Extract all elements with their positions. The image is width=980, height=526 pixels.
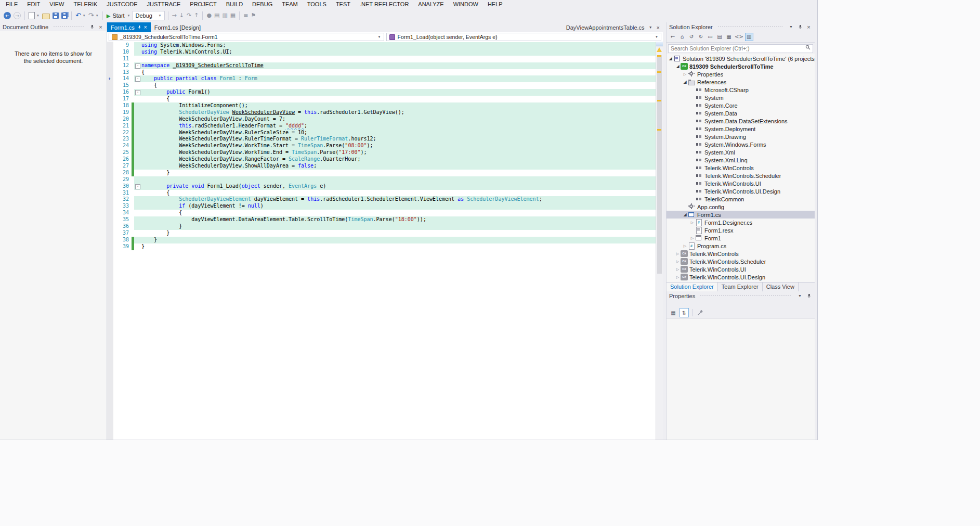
close-icon[interactable]: ×: [657, 24, 660, 31]
chevron-down-icon[interactable]: ▼: [788, 23, 794, 30]
outlining-margin[interactable]: [134, 203, 141, 210]
collapse-region-icon[interactable]: -: [135, 184, 140, 189]
show-next-statement-icon[interactable]: →: [172, 11, 177, 20]
expander-icon[interactable]: ▷: [689, 221, 695, 225]
navigate-forward-icon[interactable]: →: [13, 11, 21, 20]
code-line[interactable]: 17 {: [107, 96, 656, 102]
outlining-margin[interactable]: [134, 163, 141, 170]
tree-item[interactable]: System.Data: [667, 109, 815, 117]
drag-handle[interactable]: [700, 294, 792, 297]
outlining-margin[interactable]: -: [134, 62, 141, 69]
code-line[interactable]: 38 }: [107, 237, 656, 243]
expander-icon[interactable]: ◢: [682, 212, 688, 217]
navigate-backward-icon[interactable]: ←: [3, 11, 11, 20]
redo-icon[interactable]: ↷▼: [88, 11, 99, 20]
code-line[interactable]: 20 WeekSchedulerDayView.DayCount = 7;: [107, 116, 656, 123]
menu-item-test[interactable]: TEST: [331, 0, 355, 9]
outlining-margin[interactable]: [134, 69, 141, 76]
expander-icon[interactable]: ▷: [675, 260, 681, 264]
code-line[interactable]: 19 SchedulerDayView WeekSchedulerDayView…: [107, 109, 656, 116]
tree-item[interactable]: Telerik.WinControls: [667, 164, 815, 172]
tree-item[interactable]: Telerik.WinControls.UI: [667, 179, 815, 187]
code-line[interactable]: 16- public Form1(): [107, 89, 656, 96]
outlining-margin[interactable]: [134, 49, 141, 56]
expander-icon[interactable]: ▷: [682, 72, 688, 76]
tree-item[interactable]: System.Xml.Linq: [667, 156, 815, 164]
code-line[interactable]: 23 WeekSchedulerDayView.RulerTimeFormat …: [107, 136, 656, 143]
tree-item[interactable]: ▷C#Telerik.WinControls.UI: [667, 265, 815, 273]
code-line[interactable]: 12-namespace _819309_SchedulerScrollToTi…: [107, 62, 656, 69]
code-editor[interactable]: 9using System.Windows.Forms;10using Tele…: [107, 42, 663, 440]
menu-item-justtrace[interactable]: JUSTTRACE: [142, 0, 186, 9]
tree-item[interactable]: System.Drawing: [667, 133, 815, 140]
code-line[interactable]: 29: [107, 176, 656, 183]
outlining-margin[interactable]: [134, 116, 141, 123]
save-all-icon[interactable]: [61, 12, 68, 19]
menu-item-tools[interactable]: TOOLS: [303, 0, 331, 9]
outlining-margin[interactable]: [134, 237, 141, 243]
outlining-margin[interactable]: [134, 149, 141, 156]
code-line[interactable]: 24 WeekSchedulerDayView.WorkTime.Start =…: [107, 143, 656, 149]
tree-item[interactable]: System.Deployment: [667, 125, 815, 133]
open-file-icon[interactable]: [42, 11, 50, 20]
outlining-margin[interactable]: [134, 56, 141, 62]
outlining-margin[interactable]: [134, 170, 141, 176]
preview-selected-items-icon[interactable]: ▥: [745, 33, 753, 41]
refresh-icon[interactable]: ↻: [697, 33, 705, 41]
outlining-margin[interactable]: [134, 243, 141, 250]
drag-handle[interactable]: [717, 25, 783, 28]
tab-form1-cs-design[interactable]: Form1.cs [Design]: [151, 22, 204, 32]
chevron-down-icon[interactable]: ▼: [649, 25, 652, 29]
home-icon[interactable]: ⌂: [678, 33, 686, 41]
outlining-margin[interactable]: [134, 190, 141, 197]
code-line[interactable]: 31 {: [107, 190, 656, 197]
tree-item[interactable]: TelerikCommon: [667, 195, 815, 203]
code-line[interactable]: 11: [107, 56, 656, 62]
new-file-icon[interactable]: ▼: [28, 11, 40, 20]
pin-icon[interactable]: [796, 23, 803, 30]
code-line[interactable]: 32 SchedulerDayViewElement dayViewElemen…: [107, 196, 656, 203]
chevron-down-icon[interactable]: ▼: [796, 292, 803, 299]
menu-item-edit[interactable]: EDIT: [22, 0, 45, 9]
menu-item-window[interactable]: WINDOW: [449, 0, 483, 9]
categorized-icon[interactable]: ▦: [669, 308, 678, 317]
code-line[interactable]: 10using Telerik.WinControls.UI;: [107, 49, 656, 56]
expander-icon[interactable]: ▷: [689, 236, 695, 240]
undo-icon[interactable]: ↶▼: [75, 11, 86, 20]
vertical-scrollbar[interactable]: [656, 42, 663, 440]
expander-icon[interactable]: ▷: [675, 252, 681, 256]
scrollbar-thumb[interactable]: [657, 55, 662, 274]
drag-handle[interactable]: [53, 25, 84, 28]
collapse-all-icon[interactable]: ▭: [706, 33, 714, 41]
type-dropdown[interactable]: _819309_SchedulerScrollToTime.Form1 ▼: [109, 33, 384, 41]
tree-item[interactable]: ▷Form1: [667, 234, 815, 242]
outlining-margin[interactable]: [134, 176, 141, 183]
expander-icon[interactable]: ◢: [682, 80, 688, 84]
tree-item[interactable]: ▷C#Telerik.WinControls.UI.Design: [667, 273, 815, 281]
immediate-window-icon[interactable]: ▥: [221, 11, 228, 20]
tree-item[interactable]: ▷Properties: [667, 70, 815, 78]
expander-icon[interactable]: ▷: [682, 244, 688, 248]
menu-item-team[interactable]: TEAM: [277, 0, 303, 9]
code-line[interactable]: 35 dayViewElement.DataAreaElement.Table.…: [107, 216, 656, 223]
tree-item[interactable]: Telerik.WinControls.UI.Design: [667, 187, 815, 195]
collapse-region-icon[interactable]: -: [135, 63, 140, 69]
outlining-margin[interactable]: [134, 42, 141, 49]
sync-with-active-document-icon[interactable]: ↺: [687, 33, 696, 41]
close-icon[interactable]: ×: [805, 23, 812, 30]
expander-icon[interactable]: ◢: [675, 64, 681, 69]
code-line[interactable]: 25 WeekSchedulerDayView.WorkTime.End = T…: [107, 149, 656, 156]
split-editor-handle[interactable]: [656, 42, 663, 46]
code-line[interactable]: 30- private void Form1_Load(object sende…: [107, 183, 656, 190]
code-health-warning-icon[interactable]: [657, 47, 662, 52]
outlining-margin[interactable]: [134, 223, 141, 230]
menu-item-file[interactable]: FILE: [1, 0, 22, 9]
step-out-icon[interactable]: ↑: [193, 11, 199, 20]
tree-item[interactable]: ◢References: [667, 78, 815, 86]
code-line[interactable]: 28 }: [107, 170, 656, 176]
step-over-icon[interactable]: ↷: [186, 11, 192, 20]
menu-item--net-reflector[interactable]: .NET REFLECTOR: [355, 0, 413, 9]
outlining-margin[interactable]: [134, 143, 141, 149]
step-into-icon[interactable]: ↓: [179, 11, 185, 20]
view-code-icon[interactable]: <>: [734, 33, 744, 41]
